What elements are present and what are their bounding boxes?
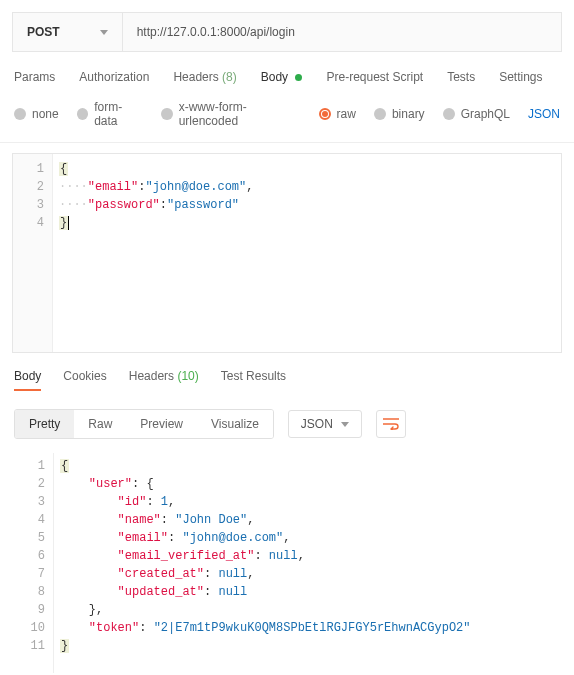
request-tabs: Params Authorization Headers (8) Body Pr… (0, 52, 574, 94)
tab-prerequest[interactable]: Pre-request Script (326, 70, 423, 84)
tab-params[interactable]: Params (14, 70, 55, 84)
radio-icon (443, 108, 455, 120)
url-bar: POST http://127.0.0.1:8000/api/login (12, 12, 562, 52)
line-gutter: 1234 (13, 154, 53, 352)
view-preview[interactable]: Preview (126, 410, 197, 438)
chevron-down-icon (100, 30, 108, 35)
url-input[interactable]: http://127.0.0.1:8000/api/login (123, 13, 561, 51)
tab-settings[interactable]: Settings (499, 70, 542, 84)
radio-icon (161, 108, 172, 120)
tab-tests[interactable]: Tests (447, 70, 475, 84)
body-format-link[interactable]: JSON (528, 107, 560, 121)
chevron-down-icon (341, 422, 349, 427)
response-body-viewer[interactable]: 1234567891011 { "user": { "id": 1, "name… (14, 453, 560, 673)
wrap-lines-button[interactable] (376, 410, 406, 438)
response-section: Body Cookies Headers (10) Test Results P… (0, 369, 574, 673)
response-code: { "user": { "id": 1, "name": "John Doe",… (54, 453, 560, 673)
view-visualize[interactable]: Visualize (197, 410, 273, 438)
radio-icon (14, 108, 26, 120)
radio-raw[interactable]: raw (319, 107, 356, 121)
view-pretty[interactable]: Pretty (15, 410, 74, 438)
radio-graphql[interactable]: GraphQL (443, 107, 510, 121)
radio-urlencoded[interactable]: x-www-form-urlencoded (161, 100, 300, 128)
radio-binary[interactable]: binary (374, 107, 425, 121)
text-cursor (68, 216, 69, 230)
resp-tab-body[interactable]: Body (14, 369, 41, 391)
response-view-controls: Pretty Raw Preview Visualize JSON (14, 409, 560, 439)
resp-tab-test-results[interactable]: Test Results (221, 369, 286, 391)
view-raw[interactable]: Raw (74, 410, 126, 438)
view-mode-group: Pretty Raw Preview Visualize (14, 409, 274, 439)
wrap-lines-icon (383, 418, 399, 430)
method-select[interactable]: POST (13, 13, 123, 51)
body-modified-indicator (295, 74, 302, 81)
radio-icon (319, 108, 331, 120)
radio-none[interactable]: none (14, 107, 59, 121)
resp-tab-headers[interactable]: Headers (10) (129, 369, 199, 391)
tab-authorization[interactable]: Authorization (79, 70, 149, 84)
method-label: POST (27, 25, 60, 39)
body-type-row: none form-data x-www-form-urlencoded raw… (0, 94, 574, 143)
request-code: { ····"email":"john@doe.com", ····"passw… (53, 154, 561, 352)
radio-icon (77, 108, 88, 120)
line-gutter: 1234567891011 (14, 453, 54, 673)
radio-icon (374, 108, 386, 120)
response-format-select[interactable]: JSON (288, 410, 362, 438)
resp-tab-cookies[interactable]: Cookies (63, 369, 106, 391)
response-tabs: Body Cookies Headers (10) Test Results (14, 369, 560, 399)
request-body-editor[interactable]: 1234 { ····"email":"john@doe.com", ····"… (12, 153, 562, 353)
tab-body[interactable]: Body (261, 70, 303, 84)
tab-headers[interactable]: Headers (8) (173, 70, 236, 84)
radio-form-data[interactable]: form-data (77, 100, 144, 128)
